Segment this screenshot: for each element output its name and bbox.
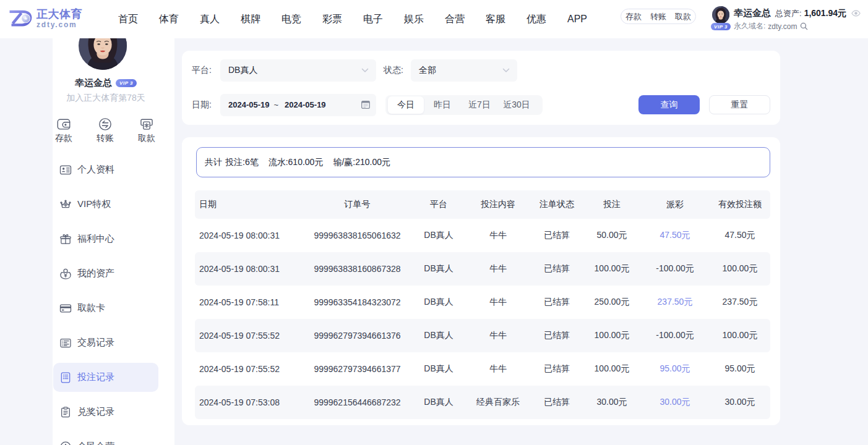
cell-date: 2024-05-19 08:00:31	[195, 231, 303, 240]
date-range-input[interactable]: 2024-05-19 ~ 2024-05-19	[220, 94, 376, 116]
sidebar-item-transactions[interactable]: 交易记录	[53, 328, 158, 357]
wallet-action[interactable]: 转账	[650, 11, 666, 22]
cell-bet-content: 牛牛	[466, 330, 530, 341]
cell-platform: DB真人	[411, 330, 466, 341]
sidebar-item-affiliate[interactable]: 全民合营	[53, 432, 158, 445]
cell-status: 已结算	[530, 297, 583, 308]
user-name: 幸运金总	[734, 7, 771, 19]
sidebar-item-welfare[interactable]: 福利中心	[53, 224, 158, 253]
cell-status: 已结算	[530, 230, 583, 241]
table-body: 2024-05-19 08:00:31 999963838165061632 D…	[195, 219, 770, 419]
brand-logo[interactable]: 正大体育 zdty.com	[8, 9, 82, 28]
sidebar-item-redeem-records[interactable]: 兑奖记录	[53, 397, 158, 426]
affiliate-icon	[59, 441, 72, 445]
column-header: 投注	[583, 199, 640, 210]
nav-item[interactable]: 体育	[159, 13, 179, 26]
summary-bets: 投注:6笔	[225, 157, 259, 168]
quick-action-transfer[interactable]: 转账	[97, 117, 114, 144]
status-select[interactable]: 全部	[411, 59, 517, 82]
nav-item[interactable]: 电子	[363, 13, 383, 26]
sidebar-item-vip[interactable]: VIP特权	[53, 190, 158, 219]
nav-item[interactable]: 客服	[486, 13, 505, 26]
id-card-icon	[59, 164, 72, 176]
withdraw-icon	[140, 117, 153, 131]
sidebar-menu: 个人资料 VIP特权 福利中心	[53, 155, 158, 445]
cell-status: 已结算	[530, 330, 583, 341]
profile-avatar[interactable]	[79, 38, 127, 70]
range-tab[interactable]: 近7日	[461, 96, 498, 114]
cell-bet-content: 牛牛	[466, 297, 530, 308]
user-avatar[interactable]	[712, 6, 729, 23]
profile-name: 幸运金总	[75, 77, 112, 89]
nav-item[interactable]: 合营	[445, 13, 465, 26]
search-icon[interactable]	[800, 22, 808, 30]
chevron-down-icon	[361, 68, 369, 73]
nav-item[interactable]: 彩票	[322, 13, 342, 26]
reset-button[interactable]: 重置	[709, 95, 770, 114]
assets-value: 1,601.94元	[804, 8, 847, 19]
results-card: 共计 投注:6笔 流水:610.00元 输/赢:210.00元 日期订单号平台投…	[182, 137, 780, 425]
range-tab[interactable]: 昨日	[424, 96, 461, 114]
top-navigation-bar: 正大体育 zdty.com 首页体育真人棋牌电竞彩票电子娱乐合营客服优惠APP …	[0, 0, 868, 38]
cell-bet-amount: 30.00元	[583, 397, 640, 408]
assets-label: 总资产:	[775, 8, 802, 19]
column-header: 日期	[195, 199, 303, 210]
nav-item[interactable]: 电竞	[281, 13, 301, 26]
sidebar-item-bet-records[interactable]: 投注记录	[53, 363, 158, 392]
cell-bet-content: 牛牛	[466, 263, 530, 274]
column-header: 注单状态	[530, 199, 583, 210]
cell-valid-amount: 100.00元	[710, 330, 770, 341]
nav-item[interactable]: 棋牌	[241, 13, 260, 26]
sidebar-item-profile[interactable]: 个人资料	[53, 155, 158, 184]
cell-bet-amount: 100.00元	[583, 263, 640, 274]
nav-item[interactable]: 优惠	[526, 13, 546, 26]
quick-action-withdraw[interactable]: 取款	[138, 117, 155, 144]
gift-icon	[59, 233, 72, 245]
sidebar-item-withdraw-card[interactable]: 取款卡	[53, 294, 158, 323]
eye-icon[interactable]	[851, 10, 861, 17]
summary-winloss: 输/赢:210.00元	[333, 157, 390, 168]
platform-select[interactable]: DB真人	[220, 59, 376, 82]
cell-bet-content: 经典百家乐	[466, 397, 530, 408]
column-header: 有效投注额	[710, 199, 770, 210]
nav-item[interactable]: APP	[567, 14, 587, 25]
range-tab[interactable]: 近30日	[498, 96, 535, 114]
nav-item[interactable]: 娱乐	[404, 13, 424, 26]
search-button[interactable]: 查询	[638, 95, 700, 114]
date-range-tabs: 今日昨日近7日近30日	[385, 95, 543, 115]
table-row: 2024-05-19 07:55:52 999962797394661376 D…	[195, 319, 770, 352]
date-from: 2024-05-19	[228, 100, 270, 109]
cell-order-number: 999962156446687232	[303, 397, 411, 407]
summary-bar: 共计 投注:6笔 流水:610.00元 输/赢:210.00元	[196, 147, 770, 177]
cell-date: 2024-05-19 07:53:08	[195, 397, 303, 407]
column-header: 平台	[411, 199, 466, 210]
domain-value: zdty.com	[768, 22, 797, 31]
cell-bet-content: 牛牛	[466, 230, 530, 241]
cell-payout: -100.00元	[640, 330, 710, 341]
transaction-list-icon	[59, 337, 72, 349]
cell-order-number: 999963838160867328	[303, 264, 411, 274]
column-header: 订单号	[303, 199, 411, 210]
wallet-icon	[57, 117, 71, 131]
date-to: 2024-05-19	[285, 100, 326, 109]
transfer-icon	[98, 117, 112, 131]
nav-item[interactable]: 首页	[118, 13, 138, 26]
nav-item[interactable]: 真人	[200, 13, 220, 26]
range-tab[interactable]: 今日	[388, 96, 424, 114]
table-row: 2024-05-19 07:53:08 999962156446687232 D…	[195, 386, 770, 419]
column-header: 投注内容	[466, 199, 530, 210]
table-header-row: 日期订单号平台投注内容注单状态投注派彩有效投注额	[195, 190, 770, 219]
cell-valid-amount: 237.50元	[710, 297, 770, 308]
cell-valid-amount: 100.00元	[710, 263, 770, 274]
domain-label: 永久域名:	[734, 21, 765, 32]
cell-status: 已结算	[530, 397, 583, 408]
filter-card: 平台: DB真人 状态: 全部 日期: 2024-05-19 ~ 2024-05…	[182, 51, 780, 125]
wallet-action[interactable]: 存款	[625, 11, 642, 22]
cell-bet-amount: 250.00元	[583, 297, 640, 308]
summary-prefix: 共计	[205, 157, 222, 168]
bet-records-table: 日期订单号平台投注内容注单状态投注派彩有效投注额 2024-05-19 08:0…	[195, 190, 770, 419]
quick-action-deposit[interactable]: 存款	[55, 117, 72, 144]
wallet-action[interactable]: 取款	[675, 11, 691, 22]
platform-label: 平台:	[192, 65, 220, 76]
sidebar-item-assets[interactable]: 我的资产	[53, 259, 158, 288]
